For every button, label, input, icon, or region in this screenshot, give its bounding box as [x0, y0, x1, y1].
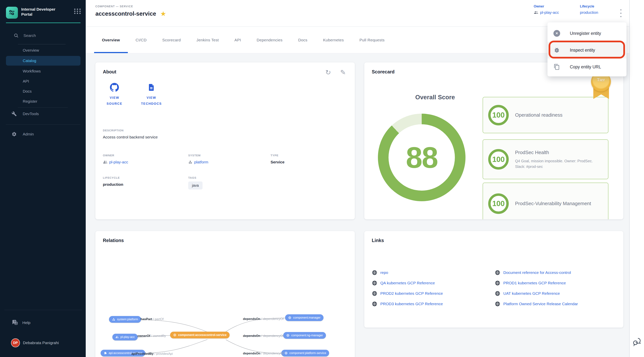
globe-icon: [495, 280, 500, 286]
search-placeholder: Search: [24, 33, 36, 38]
tab-docs[interactable]: Docs: [290, 27, 315, 53]
gear-icon: [12, 132, 17, 137]
graph-node-component-manager[interactable]: component:manager: [285, 314, 324, 321]
chip-icon: [288, 316, 292, 319]
edge-label-apiprovidedby: apiProvidedBy / providesApi: [131, 352, 173, 356]
owner-meta: Owner pl-play-acc: [534, 4, 559, 15]
sidebar-divider: [18, 108, 68, 108]
system-icon: [188, 160, 192, 164]
system-field-link[interactable]: platform: [188, 160, 208, 164]
user-profile[interactable]: DP Debabrata Panigrahi: [11, 338, 59, 347]
score-badge: 100: [488, 194, 509, 214]
avatar: DP: [11, 338, 20, 347]
tab-pull-requests[interactable]: Pull Requests: [352, 27, 392, 53]
tab-scorecard[interactable]: Scorecard: [154, 27, 188, 53]
description-value: Access control backend service: [103, 135, 270, 139]
svg-text:?: ?: [14, 320, 16, 323]
globe-icon: [372, 291, 377, 296]
graph-node-component-ng-manager[interactable]: component:ng-manager: [283, 332, 326, 339]
help-chat-icon: ?: [11, 319, 19, 326]
menu-item-inspect-entity[interactable]: Inspect entity: [548, 42, 626, 58]
globe-icon: [495, 270, 500, 276]
sidebar-item-overview[interactable]: Overview: [0, 45, 86, 55]
sidebar-item-catalog[interactable]: Catalog: [6, 56, 80, 66]
link-qa-kubernetes[interactable]: QA kubernetes GCP Reference: [372, 280, 443, 286]
owner-field-link[interactable]: pl-play-acc: [103, 160, 128, 164]
sidebar-item-workflows[interactable]: Workflows: [0, 66, 86, 76]
chat-widget-icon[interactable]: [632, 337, 642, 347]
entity-context-menu: × Unregister entity Inspect entity Copy …: [548, 22, 626, 76]
graph-node-component-platform-service[interactable]: component:platform-service: [282, 350, 329, 356]
tab-overview[interactable]: Overview: [94, 27, 128, 53]
tab-kubernetes[interactable]: Kubernetes: [315, 27, 352, 53]
sidebar-item-register[interactable]: Register: [0, 96, 86, 106]
menu-item-copy-entity-url[interactable]: Copy entity URL: [548, 58, 626, 75]
globe-icon: [372, 301, 377, 307]
unregister-icon: ×: [554, 30, 560, 37]
link-release-calendar[interactable]: Platform Owned Service Release Calendar: [495, 301, 578, 307]
score-item-prodsec-vulnerability[interactable]: 100 ProdSec-Vulnerability Management: [483, 182, 608, 219]
edge-label-dependson-2: dependsOn / dependencyOf: [243, 334, 284, 338]
techdocs-icon: [147, 83, 156, 92]
overall-score-value: 88: [406, 140, 438, 174]
sidebar-item-admin[interactable]: Admin: [0, 129, 86, 139]
sidebar-item-api[interactable]: API: [0, 76, 86, 86]
tab-dependencies[interactable]: Dependencies: [249, 27, 290, 53]
score-title: Operational readiness: [515, 112, 601, 118]
link-prod2-kubernetes[interactable]: PROD2 kubernetes GCP Reference: [372, 290, 443, 297]
sidebar-item-docs[interactable]: Docs: [0, 86, 86, 96]
edge-label-dependson-3: dependsOn / dependencyOf: [243, 352, 284, 355]
score-item-operational-readiness[interactable]: 100 Operational readiness: [483, 97, 608, 133]
breadcrumb: COMPONENT — SERVICE: [96, 5, 133, 8]
refresh-icon[interactable]: ↻: [325, 69, 331, 76]
lifecycle-field-label: LIFECYCLE: [103, 176, 123, 179]
tag-chip[interactable]: java: [188, 182, 202, 190]
tab-api[interactable]: API: [226, 27, 249, 53]
sidebar-search[interactable]: Search: [14, 33, 36, 38]
score-item-prodsec-health[interactable]: 100 ProdSec Health Q4 Goal, mission impo…: [483, 139, 608, 179]
graph-node-system-platform[interactable]: system:platform: [109, 316, 141, 323]
favorite-star-icon[interactable]: ★: [160, 10, 166, 17]
link-prod1-kubernetes[interactable]: PROD1 kubernetes GCP Reference: [495, 280, 578, 286]
edge-label-dependson-1: dependsOn / dependencyOf: [243, 317, 284, 321]
view-source-button[interactable]: VIEW SOURCE: [106, 83, 122, 106]
score-title: ProdSec-Vulnerability Management: [515, 200, 601, 207]
view-techdocs-button[interactable]: VIEW TECHDOCS: [141, 83, 162, 106]
lifecycle-value: production: [580, 10, 598, 15]
link-uat-kubernetes[interactable]: UAT kubernetes GCP Reference: [495, 290, 578, 297]
scorecard-heading: Scorecard: [372, 69, 394, 74]
link-document-reference[interactable]: Document reference for Access-control: [495, 270, 578, 276]
globe-icon: [495, 291, 500, 296]
bug-icon: [554, 47, 560, 53]
type-field-value: Service: [270, 160, 284, 164]
sidebar-item-help[interactable]: ? Help: [11, 319, 30, 326]
tab-jenkins-test[interactable]: Jenkins Test: [188, 27, 226, 53]
graph-node-pl-play-acc[interactable]: pl-play-acc: [112, 334, 138, 340]
system-icon: [112, 318, 115, 321]
menu-item-unregister-entity[interactable]: × Unregister entity: [548, 25, 626, 42]
sidebar-item-devtools[interactable]: DevTools: [0, 109, 86, 119]
app-title: Internal Developer Portal: [21, 7, 60, 17]
graph-node-component-accesscontrol-service[interactable]: component:accesscontrol-service: [170, 332, 230, 338]
owner-link[interactable]: pl-play-acc: [534, 10, 559, 15]
tab-cicd[interactable]: CI/CD: [128, 27, 154, 53]
globe-icon: [372, 280, 377, 286]
overall-score-label: Overall Score: [392, 94, 478, 101]
app-logo-icon[interactable]: [6, 7, 18, 19]
link-repo[interactable]: repo: [372, 270, 443, 276]
app-root: Internal Developer Portal Search Overvie…: [0, 0, 644, 357]
chip-icon: [284, 352, 288, 355]
group-icon: [115, 336, 119, 339]
more-options-button[interactable]: [617, 9, 624, 18]
sidebar: Internal Developer Portal Search Overvie…: [0, 0, 86, 357]
type-field-label: TYPE: [270, 154, 284, 157]
lifecycle-meta: Lifecycle production: [580, 4, 598, 15]
entity-header: COMPONENT — SERVICE accesscontrol-servic…: [86, 0, 629, 27]
edit-icon[interactable]: ✎: [340, 69, 346, 76]
about-heading: About: [103, 69, 116, 74]
apps-grid-icon[interactable]: [74, 8, 81, 14]
link-prod3-kubernetes[interactable]: PROD3 kubernetes GCP Reference: [372, 301, 443, 307]
right-rail: [629, 0, 644, 357]
help-label: Help: [22, 320, 30, 325]
tier-label: Tier: [597, 77, 605, 82]
